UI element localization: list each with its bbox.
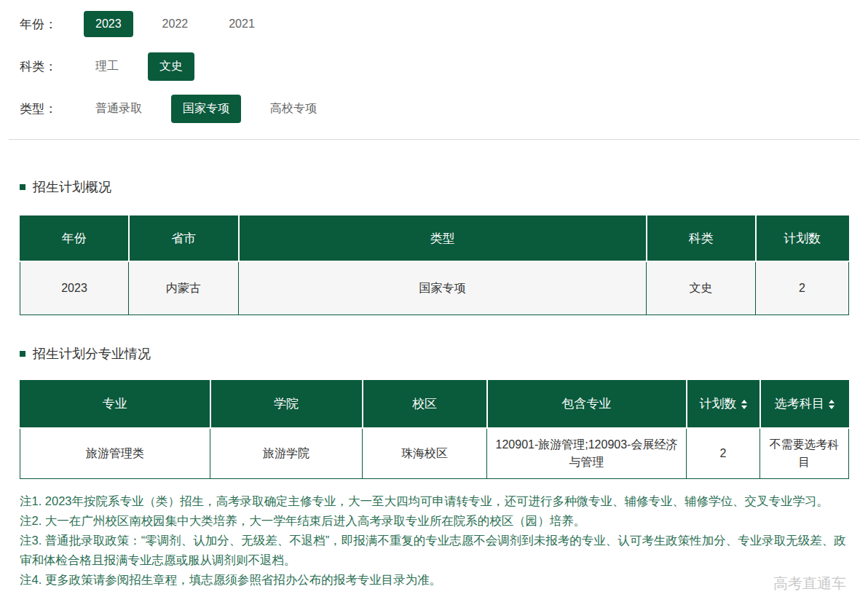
filter-option-science[interactable]: 理工 <box>84 52 130 81</box>
cell-province: 内蒙古 <box>129 261 239 315</box>
filter-option-university-special[interactable]: 高校专项 <box>259 95 328 123</box>
filter-label-subject-category: 科类： <box>20 58 84 75</box>
note-3: 注3. 普通批录取政策：“零调剂、认加分、无级差、不退档”，即报满不重复的专业志… <box>20 531 850 570</box>
section-divider <box>9 139 859 140</box>
filter-options-type: 普通录取 国家专项 高校专项 <box>84 95 346 123</box>
cell-major: 旅游管理类 <box>20 428 210 479</box>
filter-option-2022[interactable]: 2022 <box>151 11 200 37</box>
filter-label-type: 类型： <box>20 100 84 117</box>
cell-included-majors: 120901-旅游管理;120903-会展经济与管理 <box>487 428 687 479</box>
overview-header-row: 年份 省市 类型 科类 计划数 <box>20 216 849 261</box>
column-header-type: 类型 <box>239 216 647 261</box>
overview-table: 年份 省市 类型 科类 计划数 2023 内蒙古 国家专项 文史 2 <box>20 215 849 315</box>
cell-year: 2023 <box>20 261 129 315</box>
majors-header-row: 专业 学院 校区 包含专业 计划数 选考科目 <box>20 381 849 428</box>
notes-block: 注1. 2023年按院系专业（类）招生，高考录取确定主修专业，大一至大四均可申请… <box>20 491 850 590</box>
watermark: 高考直通车 <box>773 574 846 593</box>
section-title-majors-text: 招生计划分专业情况 <box>33 345 151 363</box>
note-4: 注4. 更多政策请参阅招生章程，填志愿须参照省招办公布的报考专业目录为准。 <box>20 570 850 590</box>
cell-subject-category: 文史 <box>647 261 756 315</box>
filter-option-liberal-arts[interactable]: 文史 <box>148 52 194 81</box>
majors-table-row: 旅游管理类 旅游学院 珠海校区 120901-旅游管理;120903-会展经济与… <box>20 428 849 479</box>
filter-label-year: 年份： <box>20 16 84 33</box>
admission-plan-page: 年份： 2023 2022 2021 科类： 理工 文史 类型： 普通录取 国家… <box>0 0 868 613</box>
filter-row-subject-category: 科类： 理工 文史 <box>20 52 848 81</box>
column-header-subject-category: 科类 <box>647 216 756 261</box>
filter-option-2021[interactable]: 2021 <box>217 11 267 37</box>
note-1: 注1. 2023年按院系专业（类）招生，高考录取确定主修专业，大一至大四均可申请… <box>20 491 850 511</box>
column-header-campus: 校区 <box>363 381 487 428</box>
section-title-overview: 招生计划概况 <box>20 178 848 196</box>
section-title-overview-text: 招生计划概况 <box>33 178 111 196</box>
column-header-included-majors: 包含专业 <box>487 381 687 428</box>
filter-option-regular-admission[interactable]: 普通录取 <box>84 95 154 123</box>
column-header-year: 年份 <box>20 216 129 261</box>
column-header-plan-count: 计划数 <box>756 216 849 261</box>
square-bullet-icon <box>20 184 25 190</box>
filter-row-type: 类型： 普通录取 国家专项 高校专项 <box>20 94 848 123</box>
majors-table: 专业 学院 校区 包含专业 计划数 选考科目 旅游管理类 旅游学院 珠海校区 1… <box>20 380 849 479</box>
column-header-major: 专业 <box>20 381 210 428</box>
cell-plan-count: 2 <box>687 428 760 479</box>
filter-options-subject-category: 理工 文史 <box>84 52 212 81</box>
square-bullet-icon <box>20 351 25 357</box>
filter-option-national-special[interactable]: 国家专项 <box>171 95 241 123</box>
filter-options-year: 2023 2022 2021 <box>84 11 284 37</box>
note-2: 注2. 大一在广州校区南校园集中大类培养，大一学年结束后进入高考录取专业所在院系… <box>20 511 850 531</box>
overview-table-row: 2023 内蒙古 国家专项 文史 2 <box>20 261 849 315</box>
sort-header-exam-subjects-label: 选考科目 <box>775 397 824 411</box>
cell-campus: 珠海校区 <box>363 428 487 479</box>
sort-icon[interactable] <box>829 400 835 409</box>
sort-header-exam-subjects[interactable]: 选考科目 <box>760 381 849 428</box>
sort-icon[interactable] <box>741 400 747 409</box>
column-header-province: 省市 <box>129 216 239 261</box>
cell-type: 国家专项 <box>239 261 647 315</box>
filter-option-2023[interactable]: 2023 <box>84 11 133 37</box>
cell-exam-subjects: 不需要选考科目 <box>760 428 849 479</box>
filter-row-year: 年份： 2023 2022 2021 <box>20 9 848 39</box>
cell-plan-count: 2 <box>756 261 849 315</box>
section-title-majors: 招生计划分专业情况 <box>20 345 848 363</box>
cell-school: 旅游学院 <box>210 428 363 479</box>
column-header-school: 学院 <box>210 381 363 428</box>
sort-header-plan-count-label: 计划数 <box>700 397 737 411</box>
sort-header-plan-count[interactable]: 计划数 <box>687 381 760 428</box>
